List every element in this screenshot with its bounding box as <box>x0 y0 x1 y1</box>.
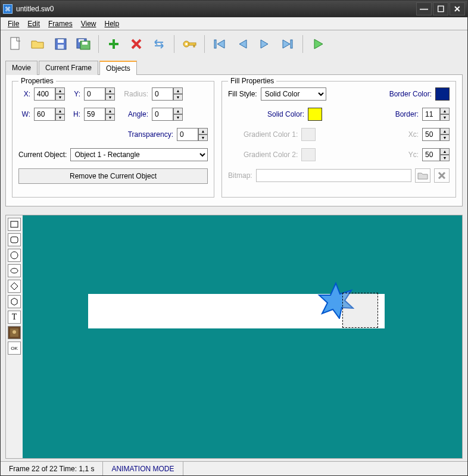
svg-marker-14 <box>239 40 247 48</box>
prev-frame-button[interactable] <box>232 34 252 54</box>
y-spin-down[interactable]: ▼ <box>105 94 115 101</box>
angle-label: Angle: <box>118 110 148 118</box>
h-spin-up[interactable]: ▲ <box>105 108 115 114</box>
tab-movie[interactable]: Movie <box>5 61 38 75</box>
border-label: Border: <box>395 110 419 118</box>
close-button[interactable]: ✕ <box>450 2 465 15</box>
titlebar: ⌘ untitled.sw0 — ☐ ✕ <box>1 1 467 17</box>
minimize-button[interactable]: — <box>416 2 432 15</box>
key-button[interactable] <box>179 34 199 54</box>
radius-spin-down[interactable]: ▼ <box>173 94 183 101</box>
h-spin-down[interactable]: ▼ <box>105 114 115 121</box>
window-title: untitled.sw0 <box>16 5 416 13</box>
toolbar <box>1 30 467 58</box>
svg-rect-7 <box>82 42 88 45</box>
current-object-select[interactable]: Object 1 - Rectangle <box>70 148 208 161</box>
fill-properties-group: Fill Properties Fill Style: Solid Color … <box>221 81 456 198</box>
maximize-button[interactable]: ☐ <box>433 2 448 15</box>
remove-object-button[interactable]: Remove the Current Object <box>18 168 208 184</box>
save-button[interactable] <box>51 34 71 54</box>
angle-input[interactable] <box>152 108 173 121</box>
svg-rect-0 <box>11 37 19 49</box>
selection-rectangle[interactable] <box>342 293 378 328</box>
status-frame: Frame 22 of 22 Time: 1,1 s <box>1 462 103 475</box>
y-input[interactable] <box>84 87 105 101</box>
menu-help[interactable]: Help <box>101 18 123 29</box>
xc-label: Xc: <box>408 130 419 139</box>
menu-view[interactable]: View <box>77 18 100 29</box>
text-tool[interactable]: T <box>8 311 21 324</box>
angle-spin-down[interactable]: ▼ <box>173 114 183 121</box>
save-as-button[interactable] <box>73 34 93 54</box>
bitmap-input <box>256 169 411 182</box>
bitmap-clear-button[interactable] <box>434 168 450 183</box>
svg-rect-10 <box>189 43 196 45</box>
swap-button[interactable] <box>149 34 169 54</box>
menubar: File Edit Frames View Help <box>1 17 467 30</box>
bitmap-browse-button[interactable] <box>415 168 430 183</box>
solid-color-label: Solid Color: <box>267 110 304 118</box>
fill-style-select[interactable]: Solid Color <box>261 87 326 101</box>
diamond-tool[interactable] <box>8 280 21 293</box>
play-button[interactable] <box>308 34 328 54</box>
tab-objects[interactable]: Objects <box>99 61 137 75</box>
tab-current-frame[interactable]: Current Frame <box>39 61 98 75</box>
yc-label: Yc: <box>408 151 419 159</box>
svg-point-21 <box>11 252 18 259</box>
w-input[interactable] <box>34 108 55 121</box>
statusbar: Frame 22 of 22 Time: 1,1 s ANIMATION MOD… <box>1 461 467 475</box>
ok-tool[interactable]: OK <box>8 342 21 355</box>
polygon-tool[interactable] <box>8 295 21 308</box>
radius-spin-up[interactable]: ▲ <box>173 87 183 94</box>
rectangle-tool[interactable] <box>8 218 21 231</box>
svg-marker-15 <box>261 40 268 48</box>
angle-spin-up[interactable]: ▲ <box>173 108 183 114</box>
xc-spin-down[interactable]: ▼ <box>440 134 450 141</box>
x-label: X: <box>18 90 30 98</box>
w-spin-down[interactable]: ▼ <box>55 114 65 121</box>
svg-marker-13 <box>217 40 224 48</box>
w-spin-up[interactable]: ▲ <box>55 108 65 114</box>
h-input[interactable] <box>84 108 105 121</box>
menu-file[interactable]: File <box>4 18 23 29</box>
xc-input[interactable] <box>422 128 440 141</box>
add-button[interactable] <box>104 34 124 54</box>
ellipse-tool[interactable] <box>8 264 21 277</box>
yc-spin-down[interactable]: ▼ <box>440 155 450 161</box>
delete-button[interactable] <box>126 34 146 54</box>
border-color-swatch[interactable] <box>435 87 450 101</box>
yc-spin-up[interactable]: ▲ <box>440 148 450 155</box>
svg-marker-18 <box>314 39 323 49</box>
next-frame-button[interactable] <box>255 34 275 54</box>
x-spin-up[interactable]: ▲ <box>55 87 65 94</box>
open-file-button[interactable] <box>28 34 48 54</box>
border-spin-up[interactable]: ▲ <box>440 108 450 114</box>
svg-marker-24 <box>11 298 17 305</box>
y-spin-up[interactable]: ▲ <box>105 87 115 94</box>
solid-color-swatch[interactable] <box>308 108 322 121</box>
stage[interactable] <box>23 215 462 458</box>
menu-frames[interactable]: Frames <box>45 18 76 29</box>
rounded-rect-tool[interactable] <box>8 233 21 246</box>
border-input[interactable] <box>422 108 440 121</box>
w-label: W: <box>18 110 30 118</box>
menu-edit[interactable]: Edit <box>24 18 43 29</box>
transparency-input[interactable] <box>177 128 198 141</box>
image-tool[interactable] <box>8 326 21 339</box>
last-frame-button[interactable] <box>277 34 298 54</box>
xc-spin-up[interactable]: ▲ <box>440 128 450 134</box>
canvas-area: T OK <box>5 215 463 459</box>
transparency-spin-up[interactable]: ▲ <box>198 128 208 134</box>
circle-tool[interactable] <box>8 249 21 262</box>
border-spin-down[interactable]: ▼ <box>440 114 450 121</box>
gradient2-label: Gradient Color 2: <box>244 151 298 159</box>
yc-input[interactable] <box>422 148 440 161</box>
transparency-spin-down[interactable]: ▼ <box>198 134 208 141</box>
bitmap-label: Bitmap: <box>228 171 252 180</box>
radius-input[interactable] <box>152 87 173 101</box>
first-frame-button[interactable] <box>210 34 230 54</box>
x-input[interactable] <box>34 87 55 101</box>
x-spin-down[interactable]: ▼ <box>55 94 65 101</box>
new-file-button[interactable] <box>5 34 26 54</box>
svg-rect-17 <box>291 40 292 48</box>
